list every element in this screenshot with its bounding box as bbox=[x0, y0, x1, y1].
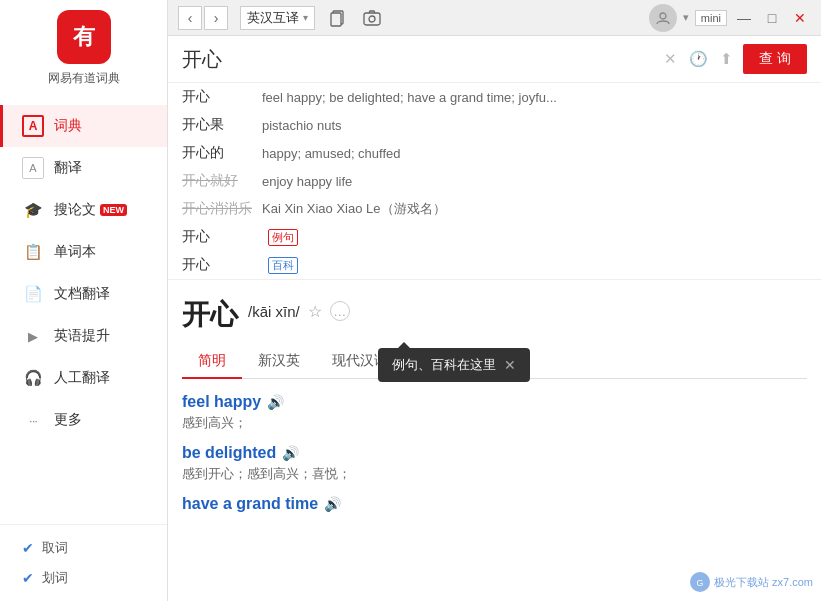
tooltip-text: 例句、百科在这里 bbox=[392, 356, 496, 374]
suggestion-desc: enjoy happy life bbox=[262, 174, 352, 189]
dict-phonetic: /kāi xīn/ ☆ … bbox=[248, 301, 350, 321]
tab-jianming[interactable]: 简明 bbox=[182, 344, 242, 378]
history-icon[interactable]: 🕐 bbox=[687, 48, 709, 70]
copy-icon[interactable] bbox=[325, 5, 351, 31]
star-icon[interactable]: ☆ bbox=[308, 302, 322, 321]
suggestion-item-4[interactable]: 开心消消乐 Kai Xin Xiao Xiao Le（游戏名） bbox=[168, 195, 821, 223]
suggestion-item-2[interactable]: 开心的 happy; amused; chuffed bbox=[168, 139, 821, 167]
translate-mode-dropdown[interactable]: 英汉互译 ▾ bbox=[240, 6, 315, 30]
tab-xinhanying[interactable]: 新汉英 bbox=[242, 344, 316, 378]
sound-icon-1[interactable]: 🔊 bbox=[282, 445, 299, 461]
mini-button[interactable]: mini bbox=[695, 10, 727, 26]
cidanben-icon: 📋 bbox=[22, 241, 44, 263]
sidebar-bottom: ✔ 取词 ✔ 划词 bbox=[0, 524, 167, 601]
avatar-button[interactable] bbox=[649, 4, 677, 32]
qucí-item[interactable]: ✔ 取词 bbox=[0, 533, 167, 563]
watermark: G 极光下载站 zx7.com bbox=[689, 571, 813, 593]
yingyu-icon: ▶ bbox=[22, 325, 44, 347]
def-term-1: be delighted 🔊 bbox=[182, 444, 807, 462]
sidebar-item-label: 翻译 bbox=[54, 159, 82, 177]
suggestion-item-1[interactable]: 开心果 pistachio nuts bbox=[168, 111, 821, 139]
main-panel: ‹ › 英汉互译 ▾ ▾ mini — □ ✕ bbox=[168, 0, 821, 601]
sidebar-item-label: 词典 bbox=[54, 117, 82, 135]
sidebar-item-more[interactable]: ··· 更多 bbox=[0, 399, 167, 441]
more-options-icon[interactable]: … bbox=[330, 301, 350, 321]
search-button[interactable]: 查 询 bbox=[743, 44, 807, 74]
sidebar-item-lunwen[interactable]: 🎓 搜论文 NEW bbox=[0, 189, 167, 231]
sound-icon-2[interactable]: 🔊 bbox=[324, 496, 341, 512]
sidebar-item-label: 更多 bbox=[54, 411, 82, 429]
titlebar: ‹ › 英汉互译 ▾ ▾ mini — □ ✕ bbox=[168, 0, 821, 36]
svg-rect-2 bbox=[364, 13, 380, 25]
sidebar: 有 网易有道词典 A 词典 A 翻译 🎓 搜论文 NEW 📋 单词本 📄 文档翻… bbox=[0, 0, 168, 601]
tooltip-box: 例句、百科在这里 ✕ bbox=[378, 348, 530, 382]
def-chinese-1: 感到开心；感到高兴；喜悦； bbox=[182, 465, 807, 483]
sound-icon-0[interactable]: 🔊 bbox=[267, 394, 284, 410]
svg-text:G: G bbox=[696, 578, 703, 588]
svg-point-3 bbox=[369, 16, 375, 22]
search-actions: ✕ 🕐 ⬆ 查 询 bbox=[659, 44, 807, 74]
svg-rect-1 bbox=[331, 13, 341, 26]
suggestion-desc: Kai Xin Xiao Xiao Le（游戏名） bbox=[262, 200, 446, 218]
suggestion-word: 开心 bbox=[182, 256, 262, 274]
baike-tag: 百科 bbox=[268, 257, 298, 274]
qucí-check-icon: ✔ bbox=[22, 540, 34, 556]
def-term-2: have a grand time 🔊 bbox=[182, 495, 807, 513]
app-name: 网易有道词典 bbox=[48, 70, 120, 87]
logo-area: 有 网易有道词典 bbox=[48, 10, 120, 87]
sidebar-item-yingyu[interactable]: ▶ 英语提升 bbox=[0, 315, 167, 357]
definition-be-delighted: be delighted 🔊 感到开心；感到高兴；喜悦； bbox=[182, 444, 807, 483]
sidebar-nav: A 词典 A 翻译 🎓 搜论文 NEW 📋 单词本 📄 文档翻译 ▶ 英语提升 … bbox=[0, 105, 167, 441]
chevron-down-icon: ▾ bbox=[303, 12, 308, 23]
dict-word: 开心 bbox=[182, 296, 238, 334]
wenfangyi-icon: 📄 bbox=[22, 283, 44, 305]
suggestion-desc: feel happy; be delighted; have a grand t… bbox=[262, 90, 557, 105]
huaci-item[interactable]: ✔ 划词 bbox=[0, 563, 167, 593]
app-logo: 有 bbox=[57, 10, 111, 64]
ai-icon: 🎧 bbox=[22, 367, 44, 389]
share-icon[interactable]: ⬆ bbox=[715, 48, 737, 70]
new-badge: NEW bbox=[100, 204, 127, 216]
fanyi-icon: A bbox=[22, 157, 44, 179]
sidebar-item-label: 单词本 bbox=[54, 243, 96, 261]
suggestion-desc: happy; amused; chuffed bbox=[262, 146, 401, 161]
def-term-0: feel happy 🔊 bbox=[182, 393, 807, 411]
titlebar-tools bbox=[325, 5, 385, 31]
minimize-button[interactable]: — bbox=[733, 7, 755, 29]
sidebar-item-cidian[interactable]: A 词典 bbox=[0, 105, 167, 147]
suggestion-word: 开心的 bbox=[182, 144, 262, 162]
avatar-dropdown-icon[interactable]: ▾ bbox=[683, 11, 689, 24]
tooltip-close-icon[interactable]: ✕ bbox=[504, 357, 516, 373]
suggestion-word: 开心就好 bbox=[182, 172, 262, 190]
maximize-button[interactable]: □ bbox=[761, 7, 783, 29]
suggestion-item-5[interactable]: 开心 例句 bbox=[168, 223, 821, 251]
suggestion-item-6[interactable]: 开心 百科 bbox=[168, 251, 821, 279]
huaci-label: 划词 bbox=[42, 569, 68, 587]
sidebar-item-wenfangyi[interactable]: 📄 文档翻译 bbox=[0, 273, 167, 315]
cidian-icon: A bbox=[22, 115, 44, 137]
camera-icon[interactable] bbox=[359, 5, 385, 31]
suggestions-list: 开心 feel happy; be delighted; have a gran… bbox=[168, 83, 821, 280]
suggestion-word: 开心 bbox=[182, 88, 262, 106]
sidebar-item-fanyi[interactable]: A 翻译 bbox=[0, 147, 167, 189]
back-button[interactable]: ‹ bbox=[178, 6, 202, 30]
suggestion-desc: pistachio nuts bbox=[262, 118, 342, 133]
suggestion-word: 开心 bbox=[182, 228, 262, 246]
titlebar-nav: ‹ › bbox=[178, 6, 230, 30]
suggestion-item-3[interactable]: 开心就好 enjoy happy life bbox=[168, 167, 821, 195]
forward-button[interactable]: › bbox=[204, 6, 228, 30]
suggestion-word: 开心果 bbox=[182, 116, 262, 134]
close-button[interactable]: ✕ bbox=[789, 7, 811, 29]
definition-feel-happy: feel happy 🔊 感到高兴； bbox=[182, 393, 807, 432]
sidebar-item-label: 搜论文 bbox=[54, 201, 96, 219]
more-icon: ··· bbox=[22, 409, 44, 431]
sidebar-item-ai[interactable]: 🎧 人工翻译 bbox=[0, 357, 167, 399]
clear-icon[interactable]: ✕ bbox=[659, 48, 681, 70]
search-bar: ✕ 🕐 ⬆ 查 询 bbox=[168, 36, 821, 83]
liju-tag: 例句 bbox=[268, 229, 298, 246]
suggestion-item-0[interactable]: 开心 feel happy; be delighted; have a gran… bbox=[168, 83, 821, 111]
search-input[interactable] bbox=[182, 48, 659, 71]
huaci-check-icon: ✔ bbox=[22, 570, 34, 586]
suggestion-word: 开心消消乐 bbox=[182, 200, 262, 218]
sidebar-item-cidanben[interactable]: 📋 单词本 bbox=[0, 231, 167, 273]
